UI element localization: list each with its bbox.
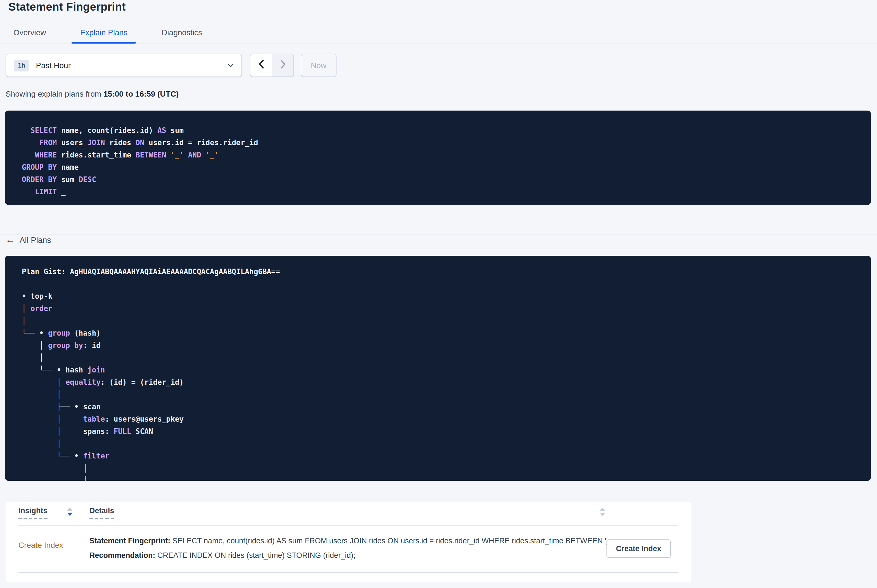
insight-type-link[interactable]: Create Index [18,540,63,549]
tab-diagnostics[interactable]: Diagnostics [153,22,211,42]
recommendation-line: Recommendation: CREATE INDEX ON rides (s… [89,548,618,563]
sort-icon-details[interactable] [600,508,605,516]
time-pager [250,54,294,77]
tab-overview[interactable]: Overview [5,22,54,42]
row-divider [18,572,678,573]
column-header-insights[interactable]: Insights [18,507,48,519]
statement-fingerprint-page: Statement Fingerprint Overview Explain P… [0,0,877,588]
duration-badge: 1h [14,60,29,71]
sort-up-triangle [67,508,73,511]
all-plans-link[interactable]: ← All Plans [6,236,51,244]
sort-up-triangle [600,508,605,511]
active-tab-underline [72,42,136,44]
section-divider [0,234,877,234]
time-range-label: Past Hour [36,61,71,70]
now-button[interactable]: Now [301,54,337,77]
back-arrow-icon: ← [6,236,15,244]
sort-down-triangle [67,513,73,516]
page-title: Statement Fingerprint [8,0,126,14]
sort-down-triangle [600,513,605,516]
column-header-details[interactable]: Details [89,507,114,519]
chevron-down-icon [227,63,234,68]
sort-icon-insights[interactable] [67,508,73,516]
time-range-value: 15:00 to 16:59 (UTC) [104,89,179,98]
chevron-left-icon [258,60,264,71]
statement-fingerprint-line: Statement Fingerprint: SELECT name, coun… [89,534,618,548]
create-index-button[interactable]: Create Index [606,539,671,558]
time-controls: 1h Past Hour Now [6,54,337,77]
next-time-button[interactable] [272,54,293,76]
prev-time-button[interactable] [250,54,272,76]
subheader-text: Showing explain plans from 15:00 to 16:5… [6,89,179,98]
insights-table: Insights Details Create Index Statement … [6,502,691,582]
sql-statement-box: SELECT name, count(rides.id) AS sum FROM… [5,111,871,205]
insight-details-cell: Statement Fingerprint: SELECT name, coun… [89,534,618,563]
tab-explain-plans[interactable]: Explain Plans [72,22,136,42]
chevron-right-icon [280,60,286,71]
header-divider [18,525,678,526]
plan-gist-box: Plan Gist: AgHUAQIABQAAAAHYAQIAiAEAAAADC… [5,256,871,481]
time-range-dropdown[interactable]: 1h Past Hour [6,54,242,77]
tab-bar: Overview Explain Plans Diagnostics [0,22,877,44]
